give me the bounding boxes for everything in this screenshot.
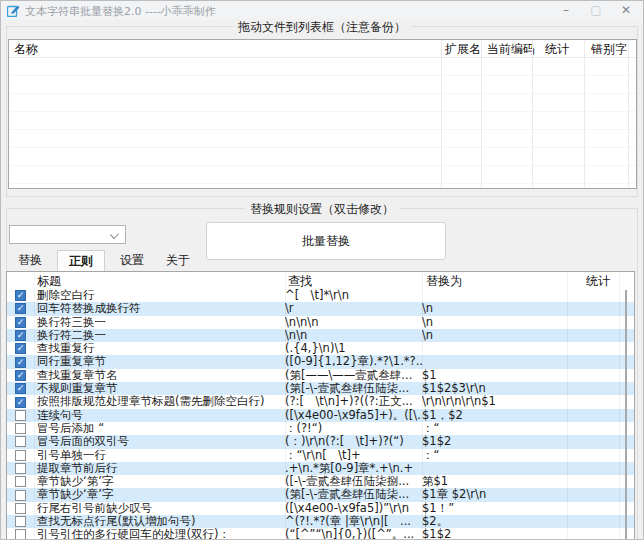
rule-checkbox[interactable]: ✓ [15,343,26,354]
rule-find: ([0-9]{1,12}章).*?\1.*?... [285,355,422,368]
rule-checkbox[interactable] [15,463,26,474]
rule-stat [567,289,619,302]
rule-row[interactable]: 连续句号([\x4e00-\x9fa5]+)。([\...$1，$2 [7,409,634,422]
rule-replace: \n [422,302,567,315]
rules-table[interactable]: 标题 查找 替换为 统计 ✓删除空白行^[ \t]*\r\n✓回车符替换成换行符… [6,271,635,540]
rule-checkbox-cell [7,462,34,475]
rule-find: (.{4,}\n)\1 [285,342,422,355]
rule-checkbox[interactable]: ✓ [15,330,26,341]
rule-row[interactable]: 提取章节前后行.+\n.*第[0-9]章*.+\n.+ [7,462,634,475]
rule-checkbox-cell: ✓ [7,382,34,395]
rule-checkbox[interactable] [15,516,26,527]
rule-stat [567,435,619,448]
vertical-scrollbar[interactable] [625,290,627,540]
col-header-replace[interactable]: 替换为 [426,273,462,290]
rules-group-label: 替换规则设置（双击修改） [245,201,399,218]
column-divider [619,272,620,540]
rule-row[interactable]: ✓换行符三换一\n\n\n\n [7,316,634,329]
rule-replace: \n [422,316,567,329]
col-header-stats[interactable]: 统计 [545,41,569,58]
rule-title: 章节缺少‘章’字 [34,488,285,501]
rule-checkbox[interactable] [15,436,26,447]
rule-checkbox[interactable]: ✓ [15,383,26,394]
rule-row[interactable]: ✓按照排版规范处理章节标题(需先删除空白行)(?:[ \t\n]+)?((?:正… [7,395,634,408]
col-header-encoding[interactable]: 当前编码 [487,41,535,58]
rule-row[interactable]: ✓查找重复行(.{4,}\n)\1 [7,342,634,355]
column-divider [34,272,35,540]
rule-stat [567,409,619,422]
col-header-title[interactable]: 标题 [37,273,61,290]
rule-stat [567,528,619,540]
col-header-ext[interactable]: 扩展名 [445,41,481,58]
rule-checkbox[interactable]: ✓ [15,303,26,314]
rule-title: 同行重复章节 [34,355,285,368]
rule-checkbox[interactable] [15,450,26,461]
rule-row[interactable]: 章节缺少‘第’字([-\-壹贰叁肆伍陆柒捌...第$1 [7,475,634,488]
rule-checkbox[interactable]: ✓ [15,370,26,381]
tab-about[interactable]: 关于 [155,250,201,271]
rule-row[interactable]: ✓查找重复章节名(第[——\——壹贰叁肆...$1 [7,369,634,382]
rule-replace: $1$2 [422,435,567,448]
close-button[interactable]: ✕ [611,1,641,20]
rule-replace: ：“ [422,422,567,435]
rule-checkbox-cell: ✓ [7,342,34,355]
col-header-name[interactable]: 名称 [14,41,38,58]
maximize-button[interactable]: ▢ [581,1,611,20]
rule-row[interactable]: 章节缺少‘章’字(第[-\-壹贰叁肆伍陆柒...$1章 $2\r\n [7,488,634,501]
rule-checkbox[interactable] [15,490,26,501]
rule-stat [567,502,619,515]
tab-settings[interactable]: 设置 [109,250,155,271]
rule-row[interactable]: ✓换行符二换一\n\n\n [7,329,634,342]
column-divider [584,40,585,189]
rule-checkbox-cell: ✓ [7,302,34,315]
rule-checkbox[interactable]: ✓ [15,357,26,368]
rule-row[interactable]: 行尾右引号前缺少叹号([\x4e00-\x9fa5])”\r\n$1！” [7,502,634,515]
tab-replace[interactable]: 替换 [7,250,53,271]
rule-checkbox-cell [7,475,34,488]
rule-row[interactable]: ✓不规则重复章节(第[-\-壹贰叁肆伍陆柒...$1$2$3\r\n [7,382,634,395]
rule-checkbox[interactable] [15,503,26,514]
rule-row[interactable]: 引号引住的多行硬回车的处理(双行)：(“[^”“\n]{0,})([^”。...… [7,528,634,540]
rules-combobox[interactable] [9,225,126,244]
rule-row[interactable]: ✓回车符替换成换行符\r\n [7,302,634,315]
rule-row[interactable]: 冒号后添加 “：(?!“)：“ [7,422,634,435]
rule-row[interactable]: 查找无标点行尾(默认增加句号)^(?!.*?(章 |章\r\n|[ ...$2。 [7,515,634,528]
rule-replace: $1章 $2\r\n [422,488,567,501]
app-window: 文本字符串批量替换2.0 ----小乖乖制作 – ▢ ✕ 拖动文件到列表框（注意… [0,0,644,540]
rule-checkbox[interactable]: ✓ [15,290,26,301]
column-divider [628,40,629,189]
tab-regex[interactable]: 正则 [57,250,105,271]
rule-replace: \r\n\r\n\r\n$1 [422,395,567,408]
col-header-stat[interactable]: 统计 [586,273,610,290]
rule-checkbox[interactable] [15,476,26,487]
rule-stat [567,422,619,435]
file-list-table[interactable]: 名称 扩展名 当前编码 统计 错别字 [8,39,637,189]
col-header-find[interactable]: 查找 [288,273,312,290]
rule-replace: ：“ [422,449,567,462]
minimize-button[interactable]: – [551,1,581,20]
rule-find: ：(?!“) [285,422,422,435]
rule-checkbox[interactable]: ✓ [15,317,26,328]
batch-replace-button[interactable]: 批量替换 [206,222,446,260]
rule-replace: 第$1 [422,475,567,488]
rule-title: 行尾右引号前缺少叹号 [34,502,285,515]
rule-row[interactable]: ✓同行重复章节([0-9]{1,12}章).*?\1.*?... [7,355,634,368]
file-table-body[interactable] [9,58,636,189]
rule-checkbox[interactable] [15,410,26,421]
rule-title: 回车符替换成换行符 [34,302,285,315]
rule-row[interactable]: 冒号后面的双引号(：)\r\n(?:[ \t]+)?(“)$1$2 [7,435,634,448]
rule-title: 冒号后添加 “ [34,422,285,435]
rule-row[interactable]: 引号单独一行：“\r\n[ \t]+：“ [7,449,634,462]
rule-checkbox[interactable] [15,529,26,540]
col-header-typos[interactable]: 错别字 [591,41,627,58]
rule-replace: $1，$2 [422,409,567,422]
rule-replace: $2。 [422,515,567,528]
rule-checkbox[interactable] [15,423,26,434]
rule-checkbox[interactable]: ✓ [15,397,26,408]
rule-find: \n\n [285,329,422,342]
rule-stat [567,302,619,315]
file-drop-group-label: 拖动文件到列表框（注意备份） [233,19,411,36]
rule-stat [567,462,619,475]
rule-title: 不规则重复章节 [34,382,285,395]
rule-row[interactable]: ✓删除空白行^[ \t]*\r\n [7,289,634,302]
